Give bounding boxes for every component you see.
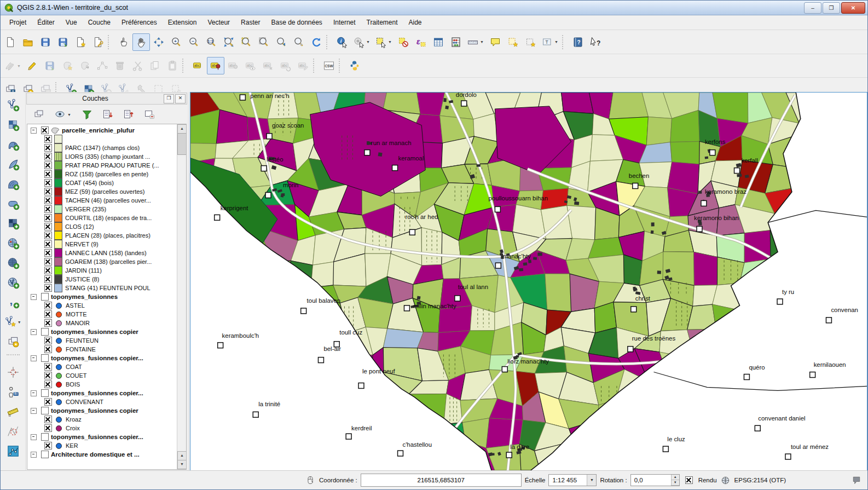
legend-item[interactable]: CONVENANT bbox=[27, 397, 177, 406]
layer-checkbox[interactable] bbox=[44, 310, 52, 318]
layer-checkbox[interactable] bbox=[44, 162, 52, 169]
legend-item[interactable]: LIORS (335) (champ jouxtant ... bbox=[27, 152, 177, 161]
select-by-expression-icon[interactable]: ε bbox=[412, 33, 430, 51]
legend-item[interactable]: NERVET (9) bbox=[27, 240, 177, 249]
add-wcs-layer-icon[interactable] bbox=[4, 254, 22, 272]
new-print-composer-icon[interactable] bbox=[72, 33, 89, 51]
menu-extension[interactable]: Extension bbox=[163, 16, 202, 28]
rotation-spinner[interactable]: 0,0 ▲▼ bbox=[630, 474, 680, 486]
layer-checkbox[interactable] bbox=[41, 293, 49, 301]
menu-pr-f-rences[interactable]: Préférences bbox=[116, 16, 163, 28]
menu-vecteur[interactable]: Vecteur bbox=[202, 16, 235, 28]
layer-checkbox[interactable] bbox=[44, 197, 52, 204]
scroll-down-icon[interactable]: ▼ bbox=[177, 460, 187, 469]
add-wms-layer-icon[interactable] bbox=[4, 234, 22, 252]
new-project-icon[interactable] bbox=[2, 33, 19, 51]
group-item[interactable]: Architecture domestique et ... bbox=[27, 450, 177, 459]
legend-item[interactable]: COURTIL (18) (espaces de tra... bbox=[27, 214, 177, 222]
minimize-button[interactable]: – bbox=[804, 2, 821, 14]
scroll-up-icon[interactable]: ▲ bbox=[177, 124, 187, 134]
zoom-full-icon[interactable] bbox=[220, 33, 238, 51]
show-bookmarks-icon[interactable] bbox=[522, 33, 539, 51]
pan-map-icon[interactable] bbox=[132, 33, 150, 51]
group-item[interactable]: toponymes_fusionnes copier... bbox=[27, 433, 177, 441]
open-project-icon[interactable] bbox=[19, 33, 37, 51]
layer-checkbox[interactable] bbox=[44, 240, 52, 248]
layer-checkbox[interactable] bbox=[41, 407, 49, 414]
layer-checkbox[interactable] bbox=[44, 424, 52, 432]
expand-all-icon[interactable] bbox=[121, 107, 136, 122]
scroll-thumb[interactable] bbox=[177, 133, 187, 155]
add-vector-layer-icon[interactable] bbox=[4, 96, 22, 114]
help-contents-icon[interactable]: ? bbox=[569, 33, 587, 51]
scale-combo[interactable]: 1:12 455 ▼ bbox=[548, 474, 597, 486]
zoom-native-icon[interactable]: 1:1 bbox=[202, 33, 220, 51]
tree-expander-icon[interactable] bbox=[31, 355, 37, 361]
freehand-select-icon[interactable] bbox=[4, 423, 22, 440]
layer-checkbox[interactable] bbox=[44, 179, 52, 187]
legend-item[interactable]: MEZ (59) (parcelles ouvertes) bbox=[27, 187, 177, 196]
identify-features-icon[interactable]: i bbox=[333, 33, 351, 51]
layer-checkbox[interactable] bbox=[44, 223, 52, 230]
zoom-in-icon[interactable]: + bbox=[167, 33, 185, 51]
tree-expander-icon[interactable] bbox=[31, 294, 37, 300]
menu-raster[interactable]: Raster bbox=[235, 16, 265, 28]
add-postgis-layer-icon[interactable] bbox=[4, 136, 22, 153]
spin-up-icon[interactable]: ▲ bbox=[671, 475, 679, 480]
metasearch-csw-icon[interactable]: CSW bbox=[320, 57, 338, 74]
legend-item[interactable]: COAT (454) (bois) bbox=[27, 178, 177, 187]
group-item[interactable]: toponymes_fusionnes bbox=[27, 292, 177, 301]
layer-checkbox[interactable] bbox=[44, 205, 52, 213]
panel-close-button[interactable]: ✕ bbox=[175, 94, 186, 103]
add-group-icon[interactable] bbox=[31, 107, 47, 122]
legend-item[interactable]: FONTAINE bbox=[27, 345, 177, 354]
tree-expander-icon[interactable] bbox=[31, 434, 37, 440]
text-annotation-icon[interactable]: T▼ bbox=[539, 33, 561, 51]
layer-checkbox[interactable] bbox=[44, 188, 52, 195]
legend-item[interactable]: Kroaz bbox=[27, 415, 177, 424]
menu-internet[interactable]: Internet bbox=[328, 16, 361, 28]
spin-down-icon[interactable]: ▼ bbox=[671, 480, 679, 486]
python-console-icon[interactable] bbox=[346, 57, 363, 74]
log-messages-icon[interactable] bbox=[851, 475, 862, 486]
layer-labeling-options-icon[interactable]: abc bbox=[189, 57, 207, 74]
add-delimited-text-layer-icon[interactable]: , bbox=[4, 293, 22, 311]
layer-checkbox[interactable] bbox=[41, 328, 49, 336]
map-tips-icon[interactable] bbox=[487, 33, 504, 51]
zoom-out-icon[interactable]: − bbox=[185, 33, 202, 51]
legend-item[interactable]: PARC (1347) (champs clos) bbox=[27, 143, 177, 152]
scroll-up2-icon[interactable]: ▲ bbox=[177, 451, 187, 460]
add-oracle-georaster-layer-icon[interactable] bbox=[4, 215, 22, 232]
collapse-all-icon[interactable] bbox=[100, 107, 115, 122]
legend-item[interactable]: BOIS bbox=[27, 380, 177, 389]
filter-legend-icon[interactable] bbox=[79, 107, 95, 122]
layer-checkbox[interactable] bbox=[44, 275, 52, 283]
layer-checkbox[interactable] bbox=[44, 372, 52, 379]
legend-item[interactable]: TACHEN (46) (parcelles ouver... bbox=[27, 196, 177, 205]
legend-item[interactable]: COUET bbox=[27, 371, 177, 380]
coordinate-input[interactable] bbox=[361, 474, 522, 487]
legend-item[interactable]: MANOIR bbox=[27, 319, 177, 327]
legend-item[interactable]: Croix bbox=[27, 424, 177, 433]
open-attribute-table-icon[interactable] bbox=[430, 33, 447, 51]
tree-expander-icon[interactable] bbox=[31, 128, 37, 134]
menu-aide[interactable]: Aide bbox=[403, 16, 427, 28]
legend-item[interactable] bbox=[27, 135, 177, 143]
tree-expander-icon[interactable] bbox=[31, 390, 37, 396]
add-mssql-layer-icon[interactable] bbox=[4, 175, 22, 193]
restore-button[interactable]: ❐ bbox=[823, 2, 840, 14]
close-button[interactable]: ✕ bbox=[841, 2, 865, 14]
layer-checkbox[interactable] bbox=[44, 249, 52, 257]
layer-checkbox[interactable] bbox=[44, 319, 52, 327]
panel-float-button[interactable]: ❐ bbox=[164, 94, 174, 103]
layers-scrollbar[interactable]: ▲ ▲ ▼ bbox=[177, 124, 186, 469]
group-item[interactable]: toponymes_fusionnes copier... bbox=[27, 389, 177, 397]
layer-tools-icon[interactable] bbox=[4, 333, 22, 350]
crs-globe-icon[interactable] bbox=[720, 475, 731, 486]
menu-base-de-donn-es[interactable]: Base de données bbox=[265, 16, 327, 28]
tree-expander-icon[interactable] bbox=[31, 408, 37, 414]
layer-checkbox[interactable] bbox=[44, 232, 52, 239]
legend-item[interactable]: STANG (41) FEUNTEUN POUL bbox=[27, 284, 177, 292]
legend-item[interactable]: PLACEN (28) (places, placitres) bbox=[27, 231, 177, 240]
zoom-last-icon[interactable] bbox=[273, 33, 290, 51]
